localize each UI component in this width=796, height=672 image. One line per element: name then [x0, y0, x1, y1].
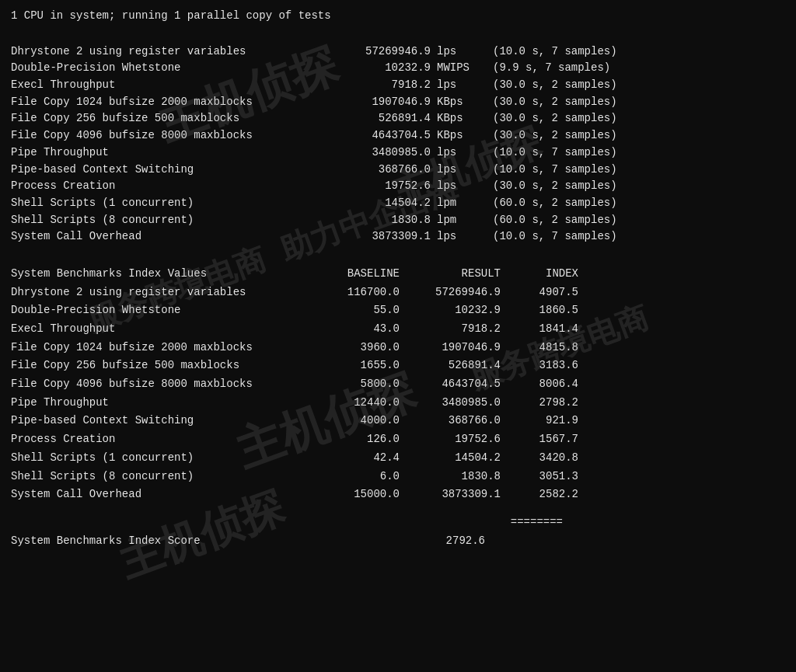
bench-value: 10232.9	[306, 60, 431, 77]
bench-extra: (30.0 s, 2 samples)	[493, 77, 785, 94]
bench-unit: lps	[431, 162, 493, 179]
idx-row-result: 368766.0	[400, 413, 501, 430]
bench-name: Process Creation	[11, 178, 306, 195]
bench-unit: lpm	[431, 212, 493, 229]
idx-row-index: 1567.7	[501, 431, 578, 448]
bench-row: File Copy 256 bufsize 500 maxblocks52689…	[11, 110, 785, 127]
idx-row-result: 526891.4	[400, 357, 501, 374]
bench-row: File Copy 4096 bufsize 8000 maxblocks464…	[11, 127, 785, 144]
bench-name: File Copy 256 bufsize 500 maxblocks	[11, 110, 306, 127]
bench-row: Double-Precision Whetstone10232.9MWIPS(9…	[11, 60, 785, 77]
bench-extra: (30.0 s, 2 samples)	[493, 127, 785, 144]
bench-name: Shell Scripts (1 concurrent)	[11, 195, 306, 212]
bench-value: 3873309.1	[306, 228, 431, 245]
idx-row-baseline: 6.0	[306, 468, 400, 486]
idx-row-name: File Copy 4096 bufsize 8000 maxblocks	[11, 376, 306, 393]
bench-value: 526891.4	[306, 110, 431, 127]
bench-unit: lps	[431, 228, 493, 245]
index-data-row: Double-Precision Whetstone55.010232.9186…	[11, 302, 785, 319]
index-data-row: Shell Scripts (8 concurrent)6.01830.8305…	[11, 468, 785, 486]
idx-row-baseline: 5800.0	[306, 376, 400, 393]
bench-extra: (9.9 s, 7 samples)	[493, 60, 785, 77]
equals-indicator: ========	[485, 514, 563, 531]
idx-row-result: 7918.2	[400, 321, 501, 338]
bench-value: 7918.2	[306, 77, 431, 94]
bench-row: File Copy 1024 bufsize 2000 maxblocks190…	[11, 94, 785, 111]
idx-row-baseline: 55.0	[306, 302, 400, 319]
bench-value: 19752.6	[306, 178, 431, 195]
score-row: System Benchmarks Index Score 2792.6	[11, 533, 785, 550]
idx-row-baseline: 3960.0	[306, 339, 400, 357]
idx-row-name: Shell Scripts (1 concurrent)	[11, 450, 306, 467]
idx-row-name: File Copy 1024 bufsize 2000 maxblocks	[11, 339, 306, 357]
index-data-row: File Copy 256 bufsize 500 maxblocks1655.…	[11, 357, 785, 374]
idx-row-result: 10232.9	[400, 302, 501, 319]
idx-row-name: Dhrystone 2 using register variables	[11, 284, 306, 301]
idx-row-baseline: 116700.0	[306, 284, 400, 301]
idx-row-index: 4907.5	[501, 284, 578, 301]
benchmark-section: Dhrystone 2 using register variables5726…	[11, 44, 785, 245]
bench-extra: (10.0 s, 7 samples)	[493, 44, 785, 61]
index-data-row: System Call Overhead15000.03873309.12582…	[11, 486, 785, 503]
equals-line: ========	[11, 514, 785, 531]
bench-row: Pipe Throughput3480985.0lps (10.0 s, 7 s…	[11, 144, 785, 162]
bench-extra: (10.0 s, 7 samples)	[493, 162, 785, 179]
bench-name: Pipe Throughput	[11, 144, 306, 162]
index-header-baseline: BASELINE	[306, 266, 400, 283]
idx-row-name: Pipe-based Context Switching	[11, 413, 306, 430]
idx-row-name: System Call Overhead	[11, 486, 306, 503]
bench-name: Pipe-based Context Switching	[11, 162, 306, 179]
bench-row: Process Creation19752.6lps (30.0 s, 2 sa…	[11, 178, 785, 195]
bench-unit: lps	[431, 178, 493, 195]
idx-row-result: 14504.2	[400, 450, 501, 467]
bench-unit: KBps	[431, 127, 493, 144]
bench-value: 1907046.9	[306, 94, 431, 111]
idx-row-index: 3183.6	[501, 357, 578, 374]
bench-row: Dhrystone 2 using register variables5726…	[11, 44, 785, 61]
idx-row-name: Double-Precision Whetstone	[11, 302, 306, 319]
idx-row-name: File Copy 256 bufsize 500 maxblocks	[11, 357, 306, 374]
index-header-row: System Benchmarks Index ValuesBASELINERE…	[11, 266, 785, 283]
idx-row-index: 1860.5	[501, 302, 578, 319]
index-data-row: File Copy 4096 bufsize 8000 maxblocks580…	[11, 376, 785, 393]
idx-row-baseline: 42.4	[306, 450, 400, 467]
bench-name: Shell Scripts (8 concurrent)	[11, 212, 306, 229]
bench-value: 3480985.0	[306, 144, 431, 162]
idx-row-result: 57269946.9	[400, 284, 501, 301]
idx-row-name: Pipe Throughput	[11, 395, 306, 412]
bench-extra: (30.0 s, 2 samples)	[493, 178, 785, 195]
index-data-row: Process Creation126.019752.61567.7	[11, 431, 785, 448]
bench-name: Dhrystone 2 using register variables	[11, 44, 306, 61]
idx-row-name: Execl Throughput	[11, 321, 306, 338]
bench-value: 57269946.9	[306, 44, 431, 61]
index-data-row: Execl Throughput43.07918.21841.4	[11, 321, 785, 338]
index-header-index: INDEX	[501, 266, 578, 283]
idx-row-result: 4643704.5	[400, 376, 501, 393]
bench-extra: (60.0 s, 2 samples)	[493, 195, 785, 212]
idx-row-result: 3480985.0	[400, 395, 501, 412]
index-header-name: System Benchmarks Index Values	[11, 266, 306, 283]
idx-row-index: 921.9	[501, 413, 578, 430]
bench-unit: MWIPS	[431, 60, 493, 77]
index-data-row: File Copy 1024 bufsize 2000 maxblocks396…	[11, 339, 785, 357]
bench-value: 368766.0	[306, 162, 431, 179]
bench-unit: lps	[431, 77, 493, 94]
idx-row-index: 3420.8	[501, 450, 578, 467]
bench-value: 1830.8	[306, 212, 431, 229]
idx-row-result: 1830.8	[400, 468, 501, 486]
bench-name: Double-Precision Whetstone	[11, 60, 306, 77]
bench-row: Execl Throughput7918.2lps (30.0 s, 2 sam…	[11, 77, 785, 94]
index-data-row: Shell Scripts (1 concurrent)42.414504.23…	[11, 450, 785, 467]
bench-extra: (10.0 s, 7 samples)	[493, 228, 785, 245]
index-header-result: RESULT	[400, 266, 501, 283]
bench-extra: (10.0 s, 7 samples)	[493, 144, 785, 162]
idx-row-result: 19752.6	[400, 431, 501, 448]
idx-row-index: 3051.3	[501, 468, 578, 486]
idx-row-result: 1907046.9	[400, 339, 501, 357]
score-value: 2792.6	[407, 533, 485, 550]
index-data-row: Pipe-based Context Switching4000.0368766…	[11, 413, 785, 430]
idx-row-name: Shell Scripts (8 concurrent)	[11, 468, 306, 486]
idx-row-baseline: 12440.0	[306, 395, 400, 412]
bench-name: File Copy 4096 bufsize 8000 maxblocks	[11, 127, 306, 144]
bench-unit: KBps	[431, 94, 493, 111]
